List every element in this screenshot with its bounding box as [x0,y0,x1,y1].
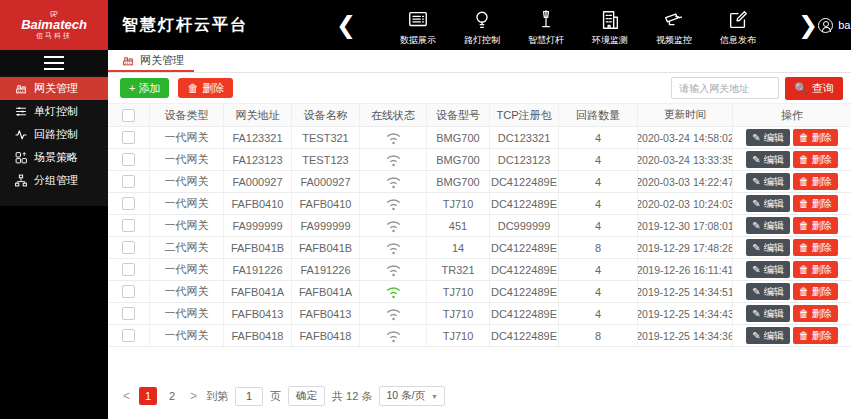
cell-update-time: 2019-12-25 14:34:51 [638,281,733,302]
sidebar-item-label: 场景策略 [34,150,78,165]
pagination: < 12 > 到第 页 确定 共 12 条 10 条/页 ▼ [121,386,445,406]
tab-gateway-management[interactable]: 网关管理 [108,50,194,72]
sidebar-item-gateway[interactable]: 网关管理 [0,77,108,100]
scene-icon [13,150,28,165]
batch-delete-button[interactable]: 🗑 删除 [178,78,233,98]
delete-button[interactable]: 🗑删除 [793,151,838,168]
lamp-pole-icon [536,7,556,31]
search-button[interactable]: 🔍 查询 [785,77,843,100]
wifi-status-icon [385,153,402,167]
pencil-icon: ✎ [752,330,760,341]
page-size-select[interactable]: 10 条/页 ▼ [379,386,444,406]
nav-item-info-publish[interactable]: 信息发布 [706,3,770,47]
nav-scroll-right-icon[interactable]: ❯ [798,0,818,50]
add-button[interactable]: + 添加 [120,78,169,98]
sidebar-item-scene[interactable]: 场景策略 [0,146,108,169]
delete-button[interactable]: 🗑删除 [793,217,838,234]
edit-button[interactable]: ✎编辑 [746,151,789,168]
col-update-time: 更新时间 [638,104,733,126]
main-content: 网关管理 + 添加 🗑 删除 🔍 查询 设备类型 网关地址 设备 [108,50,851,419]
nav-item-video-camera[interactable]: 视频监控 [642,3,706,47]
nav-item-street-light[interactable]: 路灯控制 [450,3,514,47]
delete-button[interactable]: 🗑删除 [793,305,838,322]
wifi-status-icon [385,219,402,233]
row-checkbox[interactable] [122,219,135,232]
cell-tcp-packet: DC4122489E [490,281,559,302]
cell-device-model: TJ710 [427,281,490,302]
wifi-status-icon [385,131,402,145]
delete-button[interactable]: 🗑删除 [793,327,838,344]
nav-item-environment[interactable]: 环境监测 [578,3,642,47]
row-checkbox[interactable] [122,263,135,276]
cell-device-model: 451 [427,215,490,236]
edit-button[interactable]: ✎编辑 [746,195,789,212]
delete-button[interactable]: 🗑删除 [793,195,838,212]
cell-device-model: BMG700 [427,171,490,192]
delete-button[interactable]: 🗑删除 [793,283,838,300]
nav-item-lamp-pole[interactable]: 智慧灯杆 [514,3,578,47]
goto-confirm-button[interactable]: 确定 [288,386,325,406]
edit-button[interactable]: ✎编辑 [746,129,789,146]
row-checkbox[interactable] [122,175,135,188]
edit-button[interactable]: ✎编辑 [746,283,789,300]
trash-icon: 🗑 [799,264,809,275]
wifi-status-icon [385,329,402,343]
edit-button[interactable]: ✎编辑 [746,217,789,234]
cell-device-model: BMG700 [427,149,490,170]
cell-gateway-addr: FAFB0413 [224,303,292,324]
row-checkbox[interactable] [122,307,135,320]
trash-icon: 🗑 [799,220,809,231]
delete-button[interactable]: 🗑删除 [793,239,838,256]
nav-item-data-display[interactable]: 数据展示 [386,3,450,47]
edit-button[interactable]: ✎编辑 [746,327,789,344]
trash-icon: 🗑 [187,82,198,94]
gateway-address-search-input[interactable] [671,77,779,99]
table-row: 一代网关 FA123321 TEST321 BMG700 DC123321 4 … [108,127,851,149]
row-checkbox[interactable] [122,153,135,166]
nav-label: 数据展示 [400,34,436,47]
edit-button[interactable]: ✎编辑 [746,173,789,190]
prev-page-icon[interactable]: < [121,389,132,403]
delete-button[interactable]: 🗑删除 [793,261,838,278]
pencil-icon: ✎ [752,198,760,209]
user-menu[interactable]: baimatech ▼ [818,18,851,33]
next-page-icon[interactable]: > [188,389,199,403]
data-display-icon [406,7,430,31]
brand-logo[interactable]: 🜆 Baimatech 佰马科技 [0,0,108,50]
video-camera-icon [662,7,686,31]
edit-button[interactable]: ✎编辑 [746,239,789,256]
row-checkbox[interactable] [122,131,135,144]
pencil-icon: ✎ [752,220,760,231]
edit-button[interactable]: ✎编辑 [746,305,789,322]
collapse-menu-button[interactable] [0,50,108,75]
select-all-checkbox[interactable] [122,109,135,122]
page-number-1[interactable]: 1 [139,387,157,405]
edit-button[interactable]: ✎编辑 [746,261,789,278]
select-caret-icon: ▼ [431,393,438,400]
wifi-status-icon [385,175,402,189]
sidebar-item-sliders[interactable]: 单灯控制 [0,100,108,123]
page-number-2[interactable]: 2 [163,387,181,405]
cell-tcp-packet: DC4122489E [490,303,559,324]
row-checkbox[interactable] [122,241,135,254]
delete-button[interactable]: 🗑删除 [793,129,838,146]
delete-button[interactable]: 🗑删除 [793,173,838,190]
cell-device-name: FAFB041A [292,281,360,302]
sidebar-item-waveform[interactable]: 回路控制 [0,123,108,146]
cell-device-type: 一代网关 [150,171,224,192]
gateway-table: 设备类型 网关地址 设备名称 在线状态 设备型号 TCP注册包 回路数量 更新时… [108,103,851,347]
page-title: 智慧灯杆云平台 [122,15,248,36]
cell-circuit-count: 4 [559,127,638,148]
gateway-icon [13,81,28,96]
table-body: 一代网关 FA123321 TEST321 BMG700 DC123321 4 … [108,127,851,347]
row-checkbox[interactable] [122,329,135,342]
goto-page-input[interactable] [235,387,263,406]
cell-device-model: TJ710 [427,325,490,346]
goto-suffix: 页 [270,389,281,404]
row-checkbox[interactable] [122,285,135,298]
nav-scroll-left-icon[interactable]: ❮ [336,0,356,50]
brand-name: Baimatech [21,18,87,31]
row-checkbox[interactable] [122,197,135,210]
sidebar-item-group[interactable]: 分组管理 [0,169,108,192]
cell-update-time: 2019-12-26 16:11:41 [638,259,733,280]
